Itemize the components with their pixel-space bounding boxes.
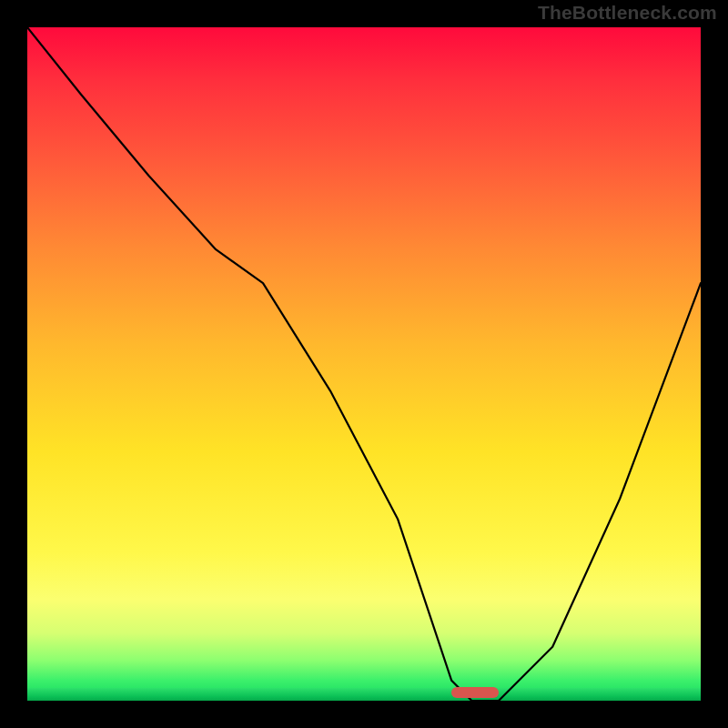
optimum-marker xyxy=(451,687,499,698)
watermark-text: TheBottleneck.com xyxy=(538,2,717,24)
plot-area xyxy=(27,27,701,701)
chart-frame: TheBottleneck.com xyxy=(0,0,728,728)
curve-path xyxy=(27,27,701,701)
bottleneck-curve xyxy=(27,27,701,701)
